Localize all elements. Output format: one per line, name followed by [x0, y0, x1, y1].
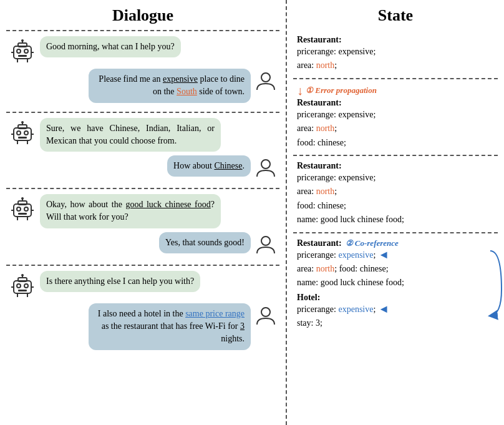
dialogue-panel: Dialogue [0, 0, 287, 425]
state-slot-4d: pricerange: expensive; [297, 303, 376, 316]
svg-rect-18 [18, 137, 27, 139]
state-slot-1a: pricerange: expensive; [297, 45, 498, 59]
state-row-3: Restaurant: pricerange: expensive; area:… [293, 156, 498, 233]
usr4d: 3 [240, 321, 245, 331]
system-bubble-3: Okay, how about the good luck chinese fo… [40, 194, 221, 228]
svg-rect-30 [18, 213, 27, 215]
svg-point-39 [21, 274, 24, 276]
dialogue-row-4: Is there anything else I can help you wi… [6, 266, 279, 359]
val-4a: expensive [338, 250, 373, 260]
val-4b: north [316, 264, 335, 273]
user-text-2b: Chinese [214, 161, 242, 170]
user-bubble-4: I also need a hotel in the same price ra… [89, 303, 251, 350]
state-slot-4a: pricerange: expensive; [297, 248, 376, 262]
system-text-4: Is there anything else I can help you wi… [46, 276, 194, 286]
state-domain-4hotel: Hotel: [297, 293, 498, 303]
state-row-1: Restaurant: pricerange: expensive; area:… [293, 30, 498, 79]
sys3b: good luck chinese food [125, 200, 210, 209]
state-slot-2b: area: north; [297, 122, 498, 135]
user-bubble-1: Please find me an expensive place to din… [89, 69, 251, 103]
sys3a: Okay, how about the [46, 200, 125, 209]
user-text-2a: How about [173, 161, 214, 170]
state-slot-4a-row: pricerange: expensive; ◄ [297, 248, 498, 262]
user-icon-1 [254, 70, 277, 92]
state-slot-2a: pricerange: expensive; [297, 108, 498, 122]
svg-point-35 [261, 237, 270, 245]
svg-rect-42 [18, 290, 27, 291]
dialogue-title: Dialogue [6, 0, 279, 31]
svg-point-16 [17, 131, 21, 135]
state-row-4: Restaurant: ② Co-reference pricerange: e… [293, 233, 498, 336]
state-domain-3: Restaurant: [297, 161, 498, 171]
error-propagation-text: ① Error propagation [306, 85, 377, 95]
robot-icon-4 [9, 272, 36, 300]
user-text-1b: expensive [163, 74, 198, 84]
user-icon-3 [254, 233, 277, 256]
svg-point-5 [24, 49, 28, 53]
svg-rect-1 [18, 43, 27, 47]
error-propagation-label: ↓ ① Error propagation [297, 84, 498, 97]
state-title: State [293, 0, 498, 30]
svg-point-29 [24, 207, 28, 211]
user-bubble-3: Yes, that sounds good! [159, 232, 251, 253]
system-text-1: Good morning, what can I help you? [46, 42, 175, 51]
svg-point-41 [24, 284, 28, 288]
dialogue-turns-1: Good morning, what can I help you? Pleas… [6, 31, 279, 112]
system-turn-3: Okay, how about the good luck chinese fo… [9, 194, 277, 228]
state-slot-4b: area: north; food: chinese; [297, 262, 498, 276]
state-domain-1: Restaurant: [297, 35, 498, 45]
dialogue-row-2: Sure, we have Chinese, Indian, Italian, … [6, 113, 279, 190]
svg-rect-6 [18, 55, 27, 57]
svg-point-4 [17, 49, 21, 53]
svg-point-47 [261, 308, 270, 316]
state-slot-3b: area: north; [297, 185, 498, 198]
state-slot-3c: food: chinese; [297, 199, 498, 213]
state-slot-4e: stay: 3; [297, 316, 498, 330]
state-slot-1b: area: north; [297, 59, 498, 72]
state-value-3b: north [316, 187, 335, 196]
dialogue-turns-3: Okay, how about the good luck chinese fo… [6, 189, 279, 265]
svg-point-28 [17, 207, 21, 211]
svg-rect-37 [18, 278, 27, 281]
user-turn-3: Yes, that sounds good! [9, 232, 277, 256]
user-text-1a: Please find me an [99, 74, 163, 84]
arrow-down-icon: ↓ [297, 84, 303, 97]
svg-rect-25 [18, 201, 27, 205]
main-container: Dialogue [0, 0, 504, 425]
user-text-2c: . [243, 161, 245, 170]
svg-point-3 [21, 39, 24, 42]
state-slot-3a: pricerange: expensive; [297, 171, 498, 185]
user-icon-4 [254, 305, 277, 327]
svg-point-40 [17, 284, 21, 288]
state-slot-3d: name: good luck chinese food; [297, 213, 498, 227]
user-turn-4: I also need a hotel in the same price ra… [9, 303, 277, 350]
robot-icon-2 [9, 119, 36, 147]
user-turn-1: Please find me an expensive place to din… [9, 69, 277, 103]
user-turn-2: How about Chinese. [9, 155, 277, 179]
svg-point-23 [261, 160, 270, 169]
dialogue-row-3: Okay, how about the good luck chinese fo… [6, 189, 279, 266]
user-text-1d: South [177, 87, 197, 96]
dialogue-turns-4: Is there anything else I can help you wi… [6, 266, 279, 359]
system-bubble-4: Is there anything else I can help you wi… [40, 271, 200, 292]
usr4a: I also need a hotel in the [98, 309, 185, 318]
arrow-left-icon-1: ◄ [378, 248, 389, 261]
svg-point-11 [261, 73, 270, 82]
state-row4-header: Restaurant: ② Co-reference [297, 238, 498, 248]
user-text-1e: side of town. [197, 87, 245, 96]
svg-rect-13 [18, 125, 27, 129]
user-text-3: Yes, that sounds good! [165, 238, 245, 247]
state-slot-4d-row: pricerange: expensive; ◄ [297, 303, 498, 316]
state-domain-2: Restaurant: [297, 98, 498, 108]
user-bubble-2: How about Chinese. [167, 155, 251, 177]
dialogue-row-1: Good morning, what can I help you? Pleas… [6, 31, 279, 113]
system-turn-2: Sure, we have Chinese, Indian, Italian, … [9, 118, 277, 152]
state-value-2b: north [316, 124, 335, 133]
usr4b: same price range [185, 309, 245, 318]
coref-label: ② Co-reference [346, 238, 399, 248]
svg-point-27 [21, 197, 24, 200]
state-value-1b: north [316, 61, 335, 70]
system-turn-1: Good morning, what can I help you? [9, 36, 277, 65]
robot-icon-1 [9, 37, 36, 65]
svg-point-15 [21, 121, 24, 124]
